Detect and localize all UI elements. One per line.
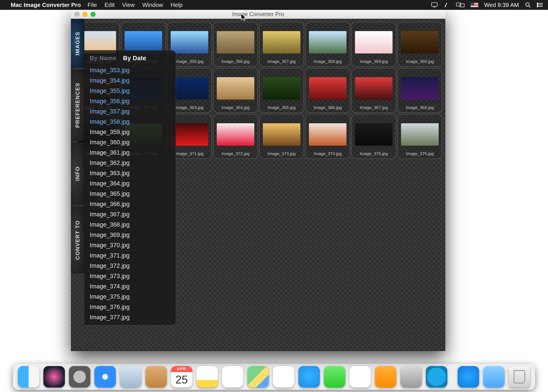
image-list-item[interactable]: Image_357.jpg xyxy=(84,106,176,117)
thumbnail-cell[interactable]: Image_365.jpg xyxy=(259,68,304,113)
thumbnail-filename: Image_357.jpg xyxy=(260,59,304,64)
thumbnail-cell[interactable]: Image_372.jpg xyxy=(213,114,258,159)
thumbnail-cell[interactable]: Image_375.jpg xyxy=(351,114,396,159)
thumbnail-image xyxy=(401,77,439,99)
thumbnail-image xyxy=(263,31,300,54)
image-list-item[interactable]: Image_378.jpg xyxy=(84,323,176,325)
dock-app-photos[interactable] xyxy=(273,366,294,387)
image-list-item[interactable]: Image_366.jpg xyxy=(84,199,176,210)
thumbnail-image xyxy=(171,123,208,146)
dock-app-trash[interactable] xyxy=(509,366,530,387)
image-list-item[interactable]: Image_369.jpg xyxy=(84,230,176,240)
window-title: Image Converter Pro xyxy=(71,11,445,17)
notification-center-icon[interactable] xyxy=(537,2,543,8)
dock-app-app-store[interactable] xyxy=(458,366,479,387)
thumbnail-cell[interactable]: Image_359.jpg xyxy=(351,22,396,67)
app-menu[interactable]: Mac Image Converter Pro xyxy=(11,1,81,8)
thumbnail-cell[interactable]: Image_368.jpg xyxy=(397,68,442,113)
titlebar[interactable]: Image Converter Pro xyxy=(71,10,445,19)
thumbnail-cell[interactable]: Image_364.jpg xyxy=(213,68,258,113)
side-tab-preferences[interactable]: PREFERENCES xyxy=(71,69,84,141)
thumbnail-filename: Image_367.jpg xyxy=(352,105,396,110)
dock-app-maps[interactable] xyxy=(247,366,269,387)
image-list-item[interactable]: Image_363.jpg xyxy=(84,168,176,179)
thumbnail-cell[interactable]: Image_367.jpg xyxy=(351,68,396,113)
sort-by-name[interactable]: By Name xyxy=(90,55,116,62)
dock-app-notes[interactable] xyxy=(196,366,218,387)
dock-app-facetime[interactable] xyxy=(324,366,345,387)
menu-view[interactable]: View xyxy=(122,1,135,8)
menu-help[interactable]: Help xyxy=(171,1,182,8)
thumbnail-image xyxy=(355,123,393,146)
mouse-cursor-icon xyxy=(241,13,246,21)
sort-by-date[interactable]: By Date xyxy=(123,55,146,62)
image-list-item[interactable]: Image_373.jpg xyxy=(84,271,176,281)
dock-app-image-converter-pro[interactable] xyxy=(426,366,447,387)
image-list-item[interactable]: Image_358.jpg xyxy=(84,117,176,127)
dock-app-contacts[interactable] xyxy=(146,366,167,387)
thumbnail-filename: Image_359.jpg xyxy=(352,59,396,64)
menu-window[interactable]: Window xyxy=(142,1,163,8)
image-list-item[interactable]: Image_370.jpg xyxy=(84,240,176,251)
status-display-icon[interactable] xyxy=(431,2,438,8)
dock-app-itunes[interactable] xyxy=(349,366,371,387)
dock-app-mail[interactable] xyxy=(120,366,141,387)
spotlight-icon[interactable] xyxy=(525,2,531,8)
thumbnail-cell[interactable]: Image_360.jpg xyxy=(397,22,442,67)
image-list-item[interactable]: Image_372.jpg xyxy=(84,261,176,271)
thumbnail-image xyxy=(263,77,300,99)
thumbnail-filename: Image_358.jpg xyxy=(306,59,350,64)
dock-app-siri[interactable] xyxy=(43,366,65,387)
svg-rect-0 xyxy=(431,3,437,6)
thumbnail-cell[interactable]: Image_356.jpg xyxy=(213,22,258,67)
image-list-item[interactable]: Image_364.jpg xyxy=(84,179,176,189)
image-list-item[interactable]: Image_374.jpg xyxy=(84,281,176,292)
image-list-item[interactable]: Image_377.jpg xyxy=(84,312,176,323)
dock-app-downloads[interactable] xyxy=(483,366,505,387)
image-list-item[interactable]: Image_365.jpg xyxy=(84,189,176,199)
menubar-clock[interactable]: Wed 9:39 AM xyxy=(484,1,519,8)
side-tab-info[interactable]: INFO xyxy=(71,142,84,205)
image-list-item[interactable]: Image_376.jpg xyxy=(84,302,176,312)
thumbnail-cell[interactable]: Image_358.jpg xyxy=(305,22,350,67)
status-input-flag[interactable] xyxy=(471,2,478,7)
dock-app-calendar[interactable]: APR25 xyxy=(171,366,192,387)
image-list-item[interactable]: Image_371.jpg xyxy=(84,251,176,261)
thumbnail-cell[interactable]: Image_374.jpg xyxy=(305,114,350,159)
thumbnail-cell[interactable]: Image_366.jpg xyxy=(305,68,350,113)
dock-app-safari[interactable] xyxy=(94,366,116,387)
image-list[interactable]: Image_353.jpgImage_354.jpgImage_355.jpgI… xyxy=(84,65,176,325)
side-tab-label: PREFERENCES xyxy=(75,83,81,128)
dock-app-reminders[interactable] xyxy=(222,366,243,387)
side-tab-images[interactable]: IMAGES xyxy=(71,19,84,68)
image-list-item[interactable]: Image_356.jpg xyxy=(84,96,176,106)
image-list-item[interactable]: Image_368.jpg xyxy=(84,220,176,230)
dock: APR25 xyxy=(0,365,548,392)
image-list-item[interactable]: Image_355.jpg xyxy=(84,86,176,96)
thumbnail-filename: Image_360.jpg xyxy=(398,59,442,64)
dock-app-launchpad[interactable] xyxy=(69,366,90,387)
image-list-item[interactable]: Image_359.jpg xyxy=(84,127,176,137)
image-list-item[interactable]: Image_362.jpg xyxy=(84,158,176,168)
menu-file[interactable]: File xyxy=(88,1,97,8)
thumbnail-image xyxy=(401,31,439,54)
thumbnail-cell[interactable]: Image_373.jpg xyxy=(259,114,304,159)
menu-edit[interactable]: Edit xyxy=(104,1,115,8)
image-list-item[interactable]: Image_375.jpg xyxy=(84,292,176,302)
image-list-item[interactable]: Image_367.jpg xyxy=(84,210,176,220)
image-list-item[interactable]: Image_360.jpg xyxy=(84,137,176,148)
dock-app-ibooks[interactable] xyxy=(375,366,396,387)
dock-app-system-preferences[interactable] xyxy=(400,366,422,387)
thumbnail-cell[interactable]: Image_357.jpg xyxy=(259,22,304,67)
status-tool-icon[interactable] xyxy=(444,2,450,8)
image-list-item[interactable]: Image_361.jpg xyxy=(84,148,176,158)
image-list-item[interactable]: Image_353.jpg xyxy=(84,65,176,76)
dock-app-messages[interactable] xyxy=(298,366,320,387)
dock-app-finder[interactable] xyxy=(18,366,39,387)
thumbnail-image xyxy=(171,77,208,99)
status-screens-icon[interactable] xyxy=(456,2,465,8)
side-tab-convert-to[interactable]: CONVERT TO xyxy=(71,206,84,273)
thumbnail-filename: Image_364.jpg xyxy=(214,105,257,110)
thumbnail-cell[interactable]: Image_376.jpg xyxy=(397,114,442,159)
image-list-item[interactable]: Image_354.jpg xyxy=(84,76,176,86)
